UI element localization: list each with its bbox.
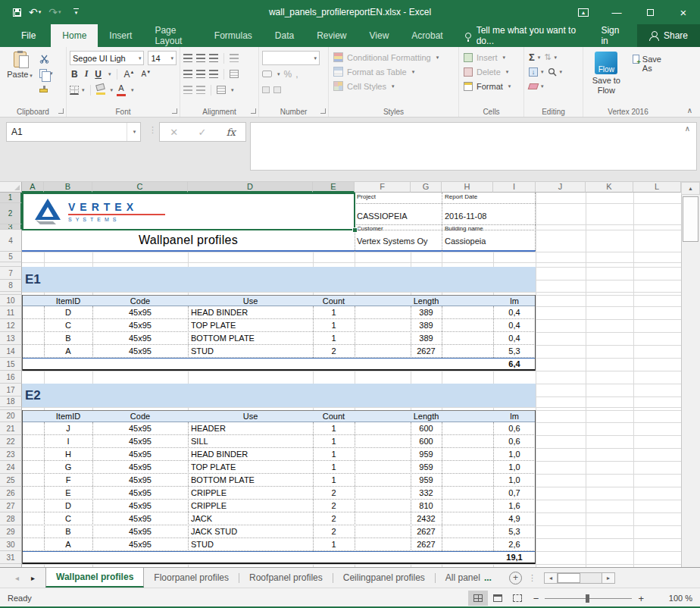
- report-title-cell[interactable]: Wallpanel profiles: [22, 230, 355, 252]
- horizontal-scroll-thumb[interactable]: [558, 573, 580, 583]
- minimize-button[interactable]: —: [600, 0, 633, 24]
- ribbon-tab-review[interactable]: Review: [305, 24, 358, 47]
- row-header[interactable]: 10: [0, 295, 22, 306]
- borders-button[interactable]: ▾: [70, 84, 85, 96]
- column-header-F[interactable]: F: [355, 182, 411, 193]
- cell[interactable]: 0,4: [493, 332, 536, 345]
- fill-button[interactable]: ↓▾: [529, 66, 544, 78]
- clear-button[interactable]: ▾: [529, 80, 544, 92]
- project-value[interactable]: CASSIOPEIA: [357, 210, 442, 223]
- orientation-button[interactable]: [230, 54, 239, 62]
- cell[interactable]: 1,0: [493, 461, 536, 474]
- cell[interactable]: C: [44, 512, 92, 525]
- comma-style-button[interactable]: ,: [295, 69, 298, 80]
- decrease-decimal-button[interactable]: [273, 86, 281, 93]
- cell[interactable]: 45x95: [92, 538, 188, 551]
- underline-button[interactable]: U: [93, 69, 103, 80]
- cell[interactable]: 1,0: [493, 448, 536, 461]
- align-top-button[interactable]: [183, 54, 192, 62]
- cell[interactable]: C: [44, 319, 92, 332]
- collapse-ribbon-button[interactable]: ∧: [687, 106, 692, 114]
- column-header-C[interactable]: C: [92, 182, 188, 193]
- customize-quick-access-button[interactable]: ▾: [71, 7, 81, 17]
- cell[interactable]: 389: [411, 306, 442, 319]
- row-header[interactable]: 20: [0, 410, 22, 422]
- column-header-A[interactable]: A: [22, 182, 44, 193]
- cell[interactable]: 45x95: [92, 474, 188, 487]
- cell[interactable]: F: [44, 474, 92, 487]
- cell[interactable]: 600: [411, 435, 442, 448]
- column-header-L[interactable]: L: [633, 182, 681, 193]
- cell[interactable]: I: [44, 435, 92, 448]
- page-break-view-button[interactable]: [508, 591, 527, 606]
- cell[interactable]: HEAD BINDER: [188, 306, 313, 319]
- align-right-button[interactable]: [209, 70, 218, 78]
- cell[interactable]: 5,3: [493, 525, 536, 538]
- confirm-entry-button[interactable]: ✓: [198, 127, 206, 138]
- row-header[interactable]: 13: [0, 332, 22, 345]
- percent-style-button[interactable]: %: [284, 69, 292, 80]
- redo-button[interactable]: ↷▾: [46, 6, 63, 18]
- number-dialog-launcher[interactable]: [320, 108, 326, 114]
- cell[interactable]: 2: [313, 512, 355, 525]
- cell[interactable]: 1: [313, 461, 355, 474]
- cell[interactable]: 45x95: [92, 461, 188, 474]
- cell[interactable]: 600: [411, 422, 442, 435]
- cell[interactable]: 45x95: [92, 422, 188, 435]
- scroll-right-button[interactable]: ▸: [602, 572, 615, 584]
- row-header[interactable]: 22: [0, 435, 22, 448]
- cell[interactable]: 1: [313, 435, 355, 448]
- row-header[interactable]: 27: [0, 500, 22, 512]
- cell[interactable]: B: [44, 332, 92, 345]
- cell[interactable]: 45x95: [92, 332, 188, 345]
- cell[interactable]: 0,6: [493, 422, 536, 435]
- align-left-button[interactable]: [183, 70, 192, 78]
- cell[interactable]: CRIPPLE: [188, 487, 313, 500]
- ribbon-tab-view[interactable]: View: [358, 24, 401, 47]
- number-format-select[interactable]: ▾: [262, 51, 320, 65]
- accounting-format-button[interactable]: [262, 71, 272, 77]
- cell[interactable]: 4,9: [493, 512, 536, 525]
- zoom-slider-thumb[interactable]: [586, 594, 589, 603]
- align-bottom-button[interactable]: [209, 54, 218, 62]
- undo-button[interactable]: ↶▾: [27, 6, 43, 18]
- column-header-B[interactable]: B: [44, 182, 92, 193]
- cell[interactable]: 1: [313, 422, 355, 435]
- cell[interactable]: A: [44, 345, 92, 358]
- save-as-button[interactable]: Save As: [633, 55, 670, 96]
- cell[interactable]: 45x95: [92, 487, 188, 500]
- find-select-button[interactable]: ▾: [548, 66, 563, 78]
- row-header[interactable]: 11: [0, 306, 22, 319]
- cell[interactable]: 959: [411, 448, 442, 461]
- row-header[interactable]: 16: [0, 371, 22, 384]
- cell[interactable]: HEADER: [188, 422, 313, 435]
- align-middle-button[interactable]: [196, 54, 205, 62]
- row-header[interactable]: 23: [0, 448, 22, 461]
- zoom-slider[interactable]: [545, 598, 632, 599]
- cell[interactable]: 0,4: [493, 319, 536, 332]
- row-header[interactable]: 24: [0, 461, 22, 474]
- row-header[interactable]: 2: [0, 203, 22, 224]
- cell[interactable]: 1: [313, 538, 355, 551]
- cell[interactable]: 389: [411, 319, 442, 332]
- scroll-up-button[interactable]: ▲: [681, 182, 700, 195]
- column-header-H[interactable]: H: [442, 182, 493, 193]
- cell[interactable]: 0,4: [493, 306, 536, 319]
- clipboard-dialog-launcher[interactable]: [58, 108, 64, 114]
- row-header[interactable]: 15: [0, 358, 22, 371]
- zoom-in-button[interactable]: +: [632, 593, 650, 604]
- row-header[interactable]: 1: [0, 193, 22, 203]
- collapse-formula-bar-button[interactable]: ∧: [685, 124, 690, 133]
- sheet-tab-ceilingpanel-profiles[interactable]: Ceilingpanel profiles: [333, 568, 435, 588]
- sheet-tab-wallpanel-profiles[interactable]: Wallpanel profiles: [45, 568, 144, 588]
- cell[interactable]: 959: [411, 474, 442, 487]
- ribbon-tab-formulas[interactable]: Formulas: [203, 24, 264, 47]
- cell[interactable]: 45x95: [92, 345, 188, 358]
- row-header[interactable]: 31: [0, 551, 22, 564]
- format-as-table-button[interactable]: Format as Table▾: [332, 64, 455, 79]
- row-header[interactable]: 5: [0, 252, 22, 262]
- copy-button[interactable]: ▾: [39, 67, 53, 80]
- row-header[interactable]: 30: [0, 538, 22, 551]
- paste-button[interactable]: Paste▾: [3, 50, 36, 95]
- new-sheet-button[interactable]: +: [509, 572, 522, 584]
